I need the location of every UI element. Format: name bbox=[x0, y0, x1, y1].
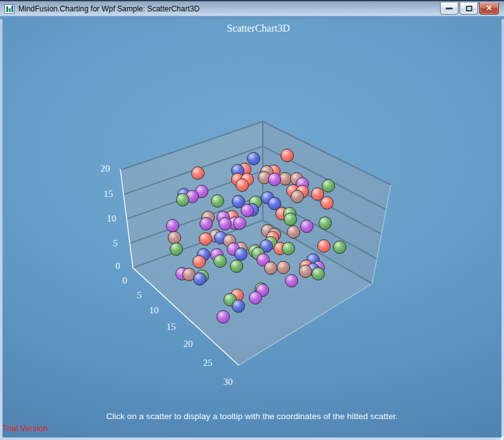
scatter-point-blue[interactable] bbox=[247, 152, 260, 165]
resize-grip[interactable] bbox=[500, 436, 503, 439]
scatter-point-red[interactable] bbox=[280, 149, 294, 162]
scatter-point-red[interactable] bbox=[199, 232, 212, 246]
scatter-point-red[interactable] bbox=[236, 179, 249, 192]
scatter-point-purple[interactable] bbox=[249, 291, 262, 305]
scatter-point-purple[interactable] bbox=[199, 217, 213, 230]
maximize-icon bbox=[466, 6, 472, 11]
scatter-point-red[interactable] bbox=[192, 255, 206, 268]
scatter-point-green[interactable] bbox=[282, 242, 295, 255]
scatter-point-green[interactable] bbox=[230, 260, 243, 273]
scatter-point-red[interactable] bbox=[320, 196, 334, 210]
scatter-point-rosybrown[interactable] bbox=[291, 190, 304, 203]
scatter-layer bbox=[3, 19, 501, 437]
chart-canvas: ScatterChart3D bbox=[3, 19, 501, 437]
scatter-point-purple[interactable] bbox=[233, 217, 246, 230]
scatter-point-rosybrown[interactable] bbox=[299, 265, 312, 278]
window-title: MindFusion.Charting for Wpf Sample: Scat… bbox=[18, 4, 199, 13]
scatter-point-green[interactable] bbox=[333, 241, 346, 254]
scatter-point-purple[interactable] bbox=[166, 219, 179, 232]
scatter-point-green[interactable] bbox=[284, 213, 297, 226]
bar-chart-app-icon bbox=[4, 4, 15, 14]
scatter-point-blue[interactable] bbox=[193, 272, 206, 286]
scatter-point-purple[interactable] bbox=[241, 204, 254, 217]
scatter-point-rosybrown[interactable] bbox=[277, 261, 290, 274]
close-button[interactable]: ✕ bbox=[479, 3, 499, 15]
close-icon: ✕ bbox=[486, 4, 492, 13]
scatter-point-green[interactable] bbox=[312, 267, 325, 280]
hint-caption: Click on a scatter to display a tooltip … bbox=[3, 412, 501, 421]
scatter-point-green[interactable] bbox=[176, 193, 189, 206]
scatter-point-purple[interactable] bbox=[300, 220, 313, 233]
scatter-point-green[interactable] bbox=[211, 194, 224, 208]
scatter-point-red[interactable] bbox=[191, 167, 205, 180]
icon-bar bbox=[11, 6, 13, 12]
app-window: MindFusion.Charting for Wpf Sample: Scat… bbox=[0, 0, 504, 440]
scatter-point-purple[interactable] bbox=[217, 310, 230, 324]
icon-bar bbox=[6, 6, 8, 12]
minimize-button[interactable] bbox=[440, 3, 458, 15]
scatter-point-green[interactable] bbox=[213, 255, 227, 268]
window-controls: ✕ bbox=[440, 3, 499, 15]
minimize-icon bbox=[446, 8, 453, 9]
scatter-point-red[interactable] bbox=[317, 239, 331, 253]
scatter-point-rosybrown[interactable] bbox=[287, 225, 300, 239]
scatter-point-green[interactable] bbox=[318, 217, 332, 230]
trial-version-label: Trial Version bbox=[3, 424, 48, 433]
scatter-point-purple[interactable] bbox=[218, 217, 232, 230]
scatter-point-blue[interactable] bbox=[232, 299, 245, 313]
scatter-point-purple[interactable] bbox=[285, 274, 298, 287]
maximize-button[interactable] bbox=[460, 3, 478, 15]
scatter-point-green[interactable] bbox=[170, 242, 183, 256]
scatter-point-purple[interactable] bbox=[268, 173, 281, 186]
scatter-point-blue[interactable] bbox=[234, 248, 248, 261]
icon-bar bbox=[9, 8, 11, 12]
scatter-point-rosybrown[interactable] bbox=[264, 261, 277, 275]
titlebar[interactable]: MindFusion.Charting for Wpf Sample: Scat… bbox=[0, 0, 504, 16]
